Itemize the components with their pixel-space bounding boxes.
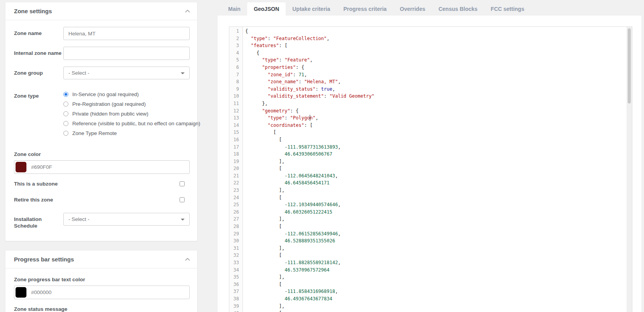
line-number: 15 (229, 129, 243, 136)
code-line[interactable]: [ (245, 194, 632, 202)
code-line[interactable]: "features": [ (245, 42, 632, 49)
code-line[interactable]: "validity_statement": "Valid Geometry" (245, 93, 632, 100)
editor-scrollbar-track[interactable] (627, 27, 632, 312)
installation-schedule-select[interactable]: - Select - (63, 213, 190, 226)
tab-overrides[interactable]: Overrides (393, 2, 432, 16)
code-line[interactable]: ], (245, 303, 632, 310)
line-number: 27 (229, 216, 243, 223)
line-number: 16 (229, 136, 243, 144)
tab-geojson[interactable]: GeoJSON (247, 2, 286, 16)
code-line[interactable]: 46.5370967572964 (245, 266, 632, 274)
code-line[interactable]: [ (245, 310, 632, 312)
line-number: 10 (229, 93, 243, 100)
line-number: 1 (229, 28, 243, 35)
radio-unselected-icon[interactable] (63, 131, 68, 136)
line-number: 11 (229, 100, 243, 107)
zone-type-option-label: Zone Type Remote (72, 130, 117, 136)
zone-color-input[interactable]: #690F0F (14, 160, 190, 174)
radio-unselected-icon[interactable] (63, 111, 68, 116)
code-line[interactable]: 46.6458456454171 (245, 179, 632, 187)
code-line[interactable]: -111.8584316968918, (245, 288, 632, 295)
retire-checkbox[interactable] (180, 197, 185, 202)
radio-selected-icon[interactable] (63, 92, 68, 97)
code-line[interactable]: [ (245, 129, 632, 136)
editor-scrollbar-thumb[interactable] (628, 28, 631, 103)
code-line[interactable]: 46.60326051222415 (245, 209, 632, 216)
line-number: 4 (229, 49, 243, 57)
code-line[interactable]: "type": "Feature", (245, 56, 632, 64)
code-line[interactable]: ], (245, 245, 632, 252)
code-line[interactable]: "type": "Polygon", (245, 114, 632, 122)
code-line[interactable]: -112.0645648241043, (245, 172, 632, 180)
code-line[interactable]: [ (245, 252, 632, 259)
zone-color-swatch[interactable] (16, 162, 26, 172)
line-number: 5 (229, 56, 243, 64)
collapse-chevron-up-icon[interactable] (185, 258, 190, 261)
tab-census-blocks[interactable]: Census Blocks (432, 2, 484, 16)
code-line[interactable]: }, (245, 100, 632, 107)
zone-type-option[interactable]: Reference (visible to public, but no eff… (63, 119, 190, 128)
radio-unselected-icon[interactable] (63, 121, 68, 126)
zone-type-option-label: Pre-Registration (goal required) (72, 101, 146, 107)
zone-group-selected-value: - Select - (68, 70, 89, 76)
progress-text-color-swatch[interactable] (16, 287, 26, 298)
line-number: 30 (229, 237, 243, 245)
code-line[interactable]: [ (245, 165, 632, 172)
code-line[interactable]: ], (245, 216, 632, 223)
code-line[interactable]: [ (245, 223, 632, 230)
code-line[interactable]: -111.95877313613893, (245, 144, 632, 151)
code-line[interactable]: ], (245, 158, 632, 165)
code-line[interactable]: -111.88285589218142, (245, 259, 632, 266)
code-line[interactable]: ], (245, 187, 632, 194)
internal-zone-name-input[interactable] (63, 47, 190, 60)
zone-type-option[interactable]: In-Service (no goal required) (63, 89, 190, 99)
code-line[interactable]: "zone_name": "Helena, MT", (245, 78, 632, 86)
code-line[interactable]: 46.64393060506767 (245, 151, 632, 158)
tab-bar: MainGeoJSONUptake criteriaProgress crite… (218, 0, 641, 16)
code-line[interactable]: "zone_id": 71, (245, 71, 632, 79)
tab-main[interactable]: Main (222, 2, 247, 16)
code-line[interactable]: "coordinates": [ (245, 122, 632, 129)
code-line[interactable]: { (245, 28, 632, 35)
subzone-row: This is a subzone (14, 181, 190, 187)
zone-type-label: Zone type (14, 89, 63, 138)
code-line[interactable]: ], (245, 273, 632, 281)
line-number: 37 (229, 288, 243, 295)
collapse-chevron-up-icon[interactable] (185, 9, 190, 13)
code-line[interactable]: -112.06152856349946, (245, 230, 632, 238)
line-number: 19 (229, 158, 243, 165)
code-line[interactable]: "properties": { (245, 64, 632, 71)
code-line[interactable]: "type": "FeatureCollection", (245, 35, 632, 42)
code-line[interactable]: -112.10349440574646, (245, 201, 632, 209)
code-line[interactable]: "validity_status": true, (245, 86, 632, 93)
zone-detail-tabs-area: MainGeoJSONUptake criteriaProgress crite… (218, 0, 641, 312)
editor-code-area[interactable]: { "type": "FeatureCollection", "features… (243, 27, 632, 312)
line-number: 36 (229, 281, 243, 288)
code-line[interactable]: "geometry": { (245, 107, 632, 115)
zone-type-option[interactable]: Zone Type Remote (63, 128, 190, 138)
code-line[interactable]: [ (245, 281, 632, 288)
tab-uptake-criteria[interactable]: Uptake criteria (286, 2, 337, 16)
zone-color-value: #690F0F (31, 164, 52, 170)
zone-type-option-label: Private (hidden from public view) (72, 111, 148, 117)
geojson-code-editor[interactable]: 1234567891011121314151617181920212223242… (229, 26, 632, 312)
line-number: 13 (229, 114, 243, 122)
progress-text-color-input[interactable]: #000000 (14, 286, 190, 299)
line-number: 26 (229, 209, 243, 216)
tab-progress-criteria[interactable]: Progress criteria (337, 2, 393, 16)
line-number: 6 (229, 64, 243, 71)
code-line[interactable]: { (245, 49, 632, 57)
progress-text-color-label: Zone progress bar text color (14, 277, 190, 282)
code-line[interactable]: 46.49367643677834 (245, 295, 632, 303)
zone-type-option[interactable]: Private (hidden from public view) (63, 109, 190, 119)
code-line[interactable]: [ (245, 136, 632, 144)
code-line[interactable]: 46.528889351355026 (245, 237, 632, 245)
tab-fcc-settings[interactable]: FCC settings (484, 2, 531, 16)
zone-name-input[interactable] (63, 27, 190, 40)
zone-type-option[interactable]: Pre-Registration (goal required) (63, 99, 190, 109)
radio-unselected-icon[interactable] (63, 102, 68, 107)
subzone-checkbox[interactable] (180, 181, 185, 186)
progress-text-color-value: #000000 (31, 289, 52, 295)
zone-group-select[interactable]: - Select - (63, 67, 190, 79)
line-number: 14 (229, 122, 243, 129)
